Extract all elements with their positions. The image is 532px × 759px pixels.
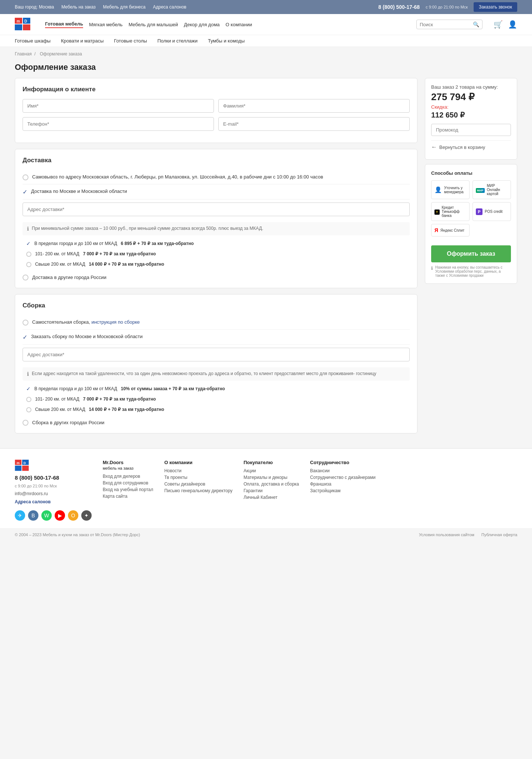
assembly-address-input[interactable] [23,348,410,361]
footer-link-materials[interactable]: Материалы и декоры [243,475,299,480]
checkout-button[interactable]: Оформить заказ [431,245,511,262]
delivery-info-box: ℹ При минимальной сумме заказа – 10 000 … [23,222,410,235]
footer-terms[interactable]: Условия пользования сайтом [419,532,474,537]
footer-link-developers[interactable]: Застройщикам [310,488,375,493]
subnav-shelves[interactable]: Полки и стеллажи [157,38,198,44]
youtube-icon[interactable]: ▶ [55,510,65,521]
assembly-sub-3[interactable]: Свыше 200 км. от МКАД 14 000 ₽ + 70 ₽ за… [26,404,410,415]
footer-link-portal[interactable]: Вход на учебный портал [103,487,153,492]
footer-link-cabinet[interactable]: Личный Кабинет [243,495,299,500]
delivery-address-input[interactable] [23,202,410,216]
footer-logo-box[interactable]: m D [15,460,92,472]
delivery-sub-3[interactable]: Свыше 200 км. от МКАД 14 000 ₽ + 70 ₽ за… [26,259,410,269]
payment-tinkoff[interactable]: T Кредит Тинькофф банка [431,202,470,221]
nav-decor[interactable]: Декор для дома [184,22,220,27]
asm-sub2-radio[interactable] [26,397,31,402]
payment-yandex-label: Яндекс Сплит [440,228,464,232]
footer-link-employees[interactable]: Вход для сотрудников [103,480,153,486]
sub2-radio[interactable] [26,252,31,257]
delivery-pickup[interactable]: Самовывоз по адресу Московская область, … [23,170,410,184]
user-icon[interactable]: 👤 [508,20,517,29]
delivery-info-text: При минимальной сумме заказа – 10 000 ру… [32,226,263,231]
footer-email[interactable]: info@mrdoors.ru [15,491,92,496]
nav-furniture-order[interactable]: Мебель на заказ [61,4,96,10]
assembly-other-city[interactable]: Сборка в других городах России [23,415,410,426]
footer-link-dealers[interactable]: Вход для дилеров [103,474,153,479]
other-city-text: Доставка в другие города России [32,275,106,280]
last-name-input[interactable] [218,99,410,113]
assembly-sub-1[interactable]: ✓ В пределах города и до 100 км от МКАД … [26,384,410,394]
assembly-sub-2[interactable]: 101- 200 км. от МКАД 7 000 ₽ + 70 ₽ за к… [26,394,410,404]
nav-about[interactable]: О компании [226,22,252,27]
assembly-other-radio[interactable] [23,420,28,426]
assembly-self[interactable]: Самостоятельная сборка, инструкция по сб… [23,315,410,330]
payment-pos[interactable]: P POS credit [473,202,511,221]
footer-salons-link[interactable]: Адреса салонов [15,499,92,504]
search-input[interactable] [420,22,471,27]
nav-kids-furniture[interactable]: Мебель для малышей [129,22,178,27]
promo-input[interactable] [431,124,511,136]
asm-sub2-price: 7 000 ₽ + 70 ₽ за км туда-обратно [83,396,156,402]
footer-link-news[interactable]: Новости [164,468,233,473]
breadcrumb-home[interactable]: Главная [15,51,32,57]
subnav-tables[interactable]: Готовые столы [114,38,147,44]
payment-grid: 👤 Уточнить у менеджера МИР МИР Онлайн ка… [431,180,511,236]
subnav-dressers[interactable]: Тумбы и комоды [208,38,245,44]
footer-link-jobs[interactable]: Вакансии [310,468,375,473]
phone-number[interactable]: 8 (800) 500-17-68 [378,4,420,10]
nav-business[interactable]: Мебель для бизнеса [103,4,146,10]
footer-offer[interactable]: Публичная оферта [481,532,517,537]
ok-icon[interactable]: О [68,510,78,521]
phone-input[interactable] [23,117,214,131]
assembly-moscow-text: Заказать сборку по Москве и Московской о… [31,333,410,340]
footer-phone[interactable]: 8 (800) 500-17-68 [15,474,92,481]
assembly-instruction-link[interactable]: инструкция по сборке [91,319,140,325]
header: m D Готовая мебель Мягкая мебель Мебель … [0,14,532,35]
other-icon[interactable]: ✦ [81,510,92,521]
whatsapp-icon[interactable]: W [41,510,52,521]
city-label[interactable]: Ваш город: Москва [15,4,54,10]
back-to-cart[interactable]: ← Вернуться в корзину [431,140,511,153]
footer-link-franchise[interactable]: Франшиза [310,481,375,487]
footer-link-promo[interactable]: Акции [243,468,299,473]
payment-yandex[interactable]: Я Яндекс Сплит [431,224,470,236]
order-discount: 112 650 ₽ [431,110,511,119]
delivery-other-city[interactable]: Доставка в другие города России [23,269,410,280]
footer-link-tv[interactable]: Тв проекты [164,475,233,480]
call-button[interactable]: Заказать звонок [474,2,517,12]
footer-link-designers-partner[interactable]: Сотрудничество с дизайнерами [310,475,375,480]
subnav-wardrobes[interactable]: Готовые шкафы [15,38,51,44]
delivery-sub-1[interactable]: ✓ В пределах города и до 100 км от МКАД … [26,238,410,249]
footer-link-director[interactable]: Письмо генеральному директору [164,488,233,493]
cart-icon[interactable]: 🛒 [494,20,503,29]
nav-soft-furniture[interactable]: Мягкая мебель [89,22,123,27]
payment-manager[interactable]: 👤 Уточнить у менеджера [431,180,470,199]
nav-ready-furniture[interactable]: Готовая мебель [45,21,83,28]
email-input[interactable] [218,117,410,131]
subnav-beds[interactable]: Кровати и матрасы [61,38,104,44]
self-assembly-radio[interactable] [23,320,28,326]
other-city-radio[interactable] [23,275,28,280]
vk-icon[interactable]: В [28,510,38,521]
nav-salons[interactable]: Адреса салонов [153,4,187,10]
sub3-radio[interactable] [26,262,31,267]
payment-mir[interactable]: МИР МИР Онлайн картой [473,180,511,199]
telegram-icon[interactable]: ✈ [15,510,25,521]
first-name-input[interactable] [23,99,214,113]
assembly-check: ✓ [23,334,27,341]
footer-link-designers[interactable]: Советы дизайнеров [164,481,233,487]
footer-link-warranty[interactable]: Гарантии [243,488,299,493]
assembly-moscow[interactable]: ✓ Заказать сборку по Москве и Московской… [23,330,410,345]
footer-link-sitemap[interactable]: Карта сайта [103,494,153,499]
delivery-sub-options: ✓ В пределах города и до 100 км от МКАД … [26,238,410,269]
search-box[interactable]: 🔍 [416,20,482,29]
payment-manager-label: Уточнить у менеджера [444,186,466,194]
logo[interactable]: m D [15,18,34,31]
asm-sub3-radio[interactable] [26,407,31,412]
payment-title: Способы оплаты [431,170,511,176]
delivery-sub-2[interactable]: 101- 200 км. от МКАД 7 000 ₽ + 70 ₽ за к… [26,249,410,259]
pickup-radio[interactable] [23,174,28,180]
yandex-icon: Я [434,227,438,233]
delivery-moscow[interactable]: ✓ Доставка по Москве и Московской област… [23,184,410,200]
footer-link-delivery-info[interactable]: Оплата, доставка и сборка [243,481,299,487]
